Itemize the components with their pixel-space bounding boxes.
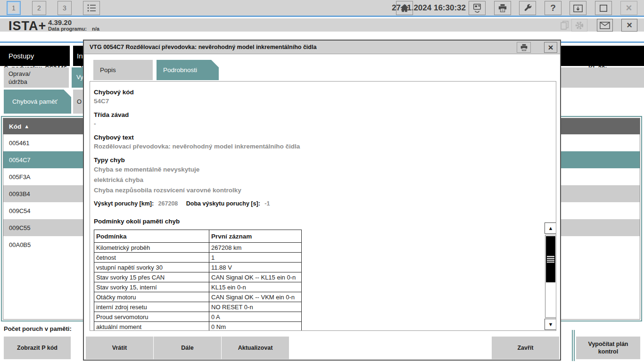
conditions-header-row: Podmínka První záznam bbox=[94, 230, 302, 243]
vci-icon[interactable] bbox=[469, 1, 486, 15]
km-value: 267208 bbox=[158, 200, 178, 207]
dialog-titlebar: VTG 0054C7 Rozdělovací převodovka: nevěr… bbox=[84, 41, 560, 54]
window-maximize-icon[interactable] bbox=[595, 1, 612, 15]
scroll-down-button[interactable]: ▼ bbox=[545, 319, 556, 330]
condition-row: četnost1 bbox=[94, 253, 302, 263]
condition-row: Stav svorky 15 přes CANCAN Signal OK -- … bbox=[94, 272, 302, 282]
dialog-tab-popis-label: Popis bbox=[100, 66, 116, 74]
condition-name: Stav svorky 15, interní bbox=[94, 282, 209, 292]
condition-value: CAN Signal OK -- VKM ein 0-n bbox=[209, 292, 302, 302]
fault-count-label: Počet poruch v paměti: bbox=[4, 325, 72, 332]
condition-row: Proud servomotoru0 A bbox=[94, 312, 302, 322]
dialog-content: Chybový kód 54C7 Třída závad - Chybový t… bbox=[90, 81, 556, 331]
field-types-value1: Chyba se momentálně nevyskytuje bbox=[94, 165, 556, 175]
field-types-value2: elektrická chyba bbox=[94, 175, 556, 185]
condition-name: Proud servomotoru bbox=[94, 312, 209, 322]
field-code-label: Chybový kód bbox=[94, 88, 556, 97]
tab-oprava-line2: údržba bbox=[8, 78, 69, 86]
window-close-icon[interactable]: × bbox=[620, 1, 637, 15]
app-version: 4.39.20 bbox=[48, 18, 72, 26]
condition-name: Otáčky motoru bbox=[94, 292, 209, 302]
conditions-col1-header: Podmínka bbox=[94, 230, 209, 243]
dale-button[interactable]: Dále bbox=[154, 337, 221, 359]
data-program-value: n/a bbox=[92, 26, 99, 32]
ista-application: 1 2 3 27.11.2024 16:30:32 bbox=[0, 0, 644, 362]
sort-ascending-icon: ▲ bbox=[24, 123, 29, 129]
condition-value: KL15 ein 0-n bbox=[209, 282, 302, 292]
conditions-title: Podmínky okolí paměti chyb bbox=[94, 217, 556, 226]
top-toolbar: 1 2 3 27.11.2024 16:30:32 bbox=[0, 0, 644, 17]
dialog-print-icon[interactable] bbox=[517, 42, 531, 53]
scrollbar-grip bbox=[547, 256, 554, 263]
condition-value: CAN Signal OK -- KL15 ein 0-n bbox=[209, 272, 302, 282]
aktualizovat-button[interactable]: Aktualizovat bbox=[222, 337, 289, 359]
tools-icon[interactable] bbox=[519, 1, 536, 15]
conditions-col2-header: První záznam bbox=[209, 230, 302, 243]
condition-name: aktuální moment bbox=[94, 322, 209, 331]
condition-row: interní zdroj resetuNO RESET 0-n bbox=[94, 302, 302, 312]
calc-plan-line1: Vypočítat plán bbox=[588, 340, 628, 348]
nav-tab-postupy[interactable]: Postupy bbox=[0, 46, 70, 66]
show-p-code-button[interactable]: Zobrazit P kód bbox=[4, 337, 71, 359]
field-class-value: - bbox=[94, 119, 556, 128]
help-icon[interactable]: ? bbox=[545, 1, 561, 15]
condition-value: 11.88 V bbox=[209, 263, 302, 272]
scrollbar-track[interactable] bbox=[545, 235, 556, 318]
condition-name: vstupní napětí svorky 30 bbox=[94, 263, 209, 272]
condition-value: NO RESET 0-n bbox=[209, 302, 302, 312]
field-types-value3: Chyba nezpůsobila rozsvícení varovné kon… bbox=[94, 185, 556, 196]
condition-value: 0 Nm bbox=[209, 322, 302, 331]
fault-table-header-label: Kód bbox=[9, 123, 21, 130]
scrollbar-thumb[interactable] bbox=[546, 236, 555, 282]
dialog-scrollbar: ▲ ▼ bbox=[545, 222, 556, 330]
scroll-up-button[interactable]: ▲ bbox=[545, 222, 556, 234]
seconds-label: Doba výskytu poruchy [s]: bbox=[186, 200, 260, 207]
printer-icon[interactable] bbox=[494, 1, 511, 15]
fault-detail-dialog: VTG 0054C7 Rozdělovací převodovka: nevěr… bbox=[83, 40, 561, 361]
data-program: Data programu: n/a bbox=[48, 26, 99, 32]
workspace-tab-3[interactable]: 3 bbox=[58, 1, 72, 15]
vratit-button[interactable]: Vrátit bbox=[86, 337, 153, 359]
condition-name: interní zdroj resetu bbox=[94, 302, 209, 312]
tab-oprava-line1: Oprava/ bbox=[8, 70, 69, 78]
dialog-title: VTG 0054C7 Rozdělovací převodovka: nevěr… bbox=[90, 44, 316, 50]
occurrence-stats: Výskyt poruchy [km]: 267208 Doba výskytu… bbox=[94, 199, 556, 208]
seconds-value: -1 bbox=[264, 200, 270, 207]
home-icon[interactable] bbox=[396, 1, 413, 15]
condition-row: vstupní napětí svorky 3011.88 V bbox=[94, 263, 302, 272]
workspace-tab-1[interactable]: 1 bbox=[7, 1, 21, 15]
calc-plan-button[interactable]: Vypočítat plán kontrol bbox=[576, 337, 640, 359]
condition-row: Kilometrický proběh267208 km bbox=[94, 243, 302, 253]
tab-oprava-udrzba[interactable]: Oprava/ údržba bbox=[4, 67, 69, 88]
copy-icon bbox=[559, 19, 570, 32]
condition-name: Stav svorky 15 přes CAN bbox=[94, 272, 209, 282]
field-types-label: Typy chyb bbox=[94, 156, 556, 165]
session-list-icon[interactable] bbox=[83, 1, 100, 15]
condition-value: 1 bbox=[209, 253, 302, 263]
field-text-label: Chybový text bbox=[94, 133, 556, 142]
condition-value: 267208 km bbox=[209, 243, 302, 253]
condition-name: Kilometrický proběh bbox=[94, 243, 209, 253]
calc-plan-line2: kontrol bbox=[598, 348, 618, 355]
conditions-table: Podmínka První záznam Kilometrický probě… bbox=[94, 230, 302, 331]
field-code-value: 54C7 bbox=[94, 97, 556, 106]
window-background-icon[interactable] bbox=[570, 1, 586, 15]
workspace-tab-2[interactable]: 2 bbox=[32, 1, 46, 15]
field-text-value: Rozdělovací převodovka: nevěrohodný mode… bbox=[94, 142, 556, 151]
close-icon[interactable]: × bbox=[621, 19, 637, 32]
condition-value: 0 A bbox=[209, 312, 302, 322]
tab-row-right-strip bbox=[561, 67, 644, 88]
condition-row: Otáčky motoruCAN Signal OK -- VKM ein 0-… bbox=[94, 292, 302, 302]
zavrit-button[interactable]: Zavřít bbox=[492, 337, 559, 359]
data-program-label: Data programu: bbox=[48, 26, 87, 32]
settings-icon bbox=[571, 19, 587, 32]
condition-row: Stav svorky 15, interníKL15 ein 0-n bbox=[94, 282, 302, 292]
dialog-tab-podrobnosti-label: Podrobnosti bbox=[163, 66, 197, 74]
dialog-tab-popis[interactable]: Popis bbox=[93, 60, 153, 80]
tab-chybova-pamet[interactable]: Chybová paměť bbox=[4, 90, 71, 114]
km-label: Výskyt poruchy [km]: bbox=[94, 200, 154, 207]
mail-icon[interactable] bbox=[597, 19, 613, 32]
condition-row: aktuální moment0 Nm bbox=[94, 322, 302, 331]
dialog-close-icon[interactable]: × bbox=[544, 42, 557, 53]
dialog-tab-podrobnosti[interactable]: Podrobnosti bbox=[157, 60, 219, 80]
